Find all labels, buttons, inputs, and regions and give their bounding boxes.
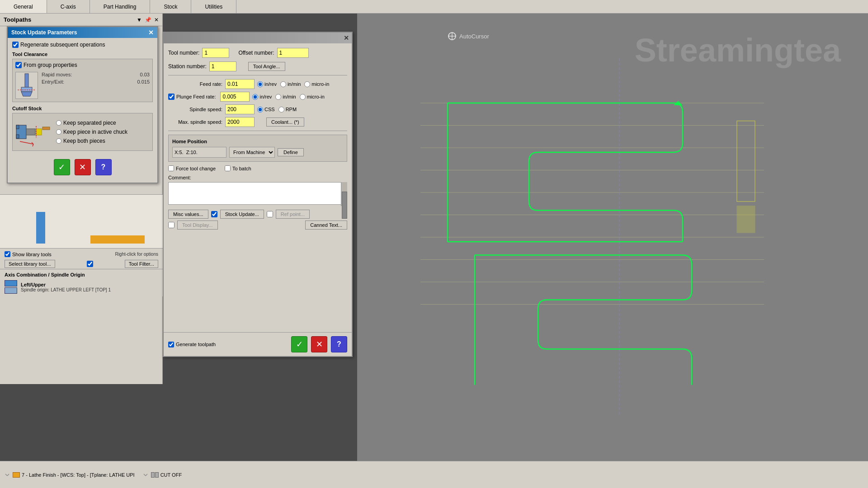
main-dialog: ✕ Tool number: Offset number: Station nu…: [163, 32, 353, 357]
keep-both-radio[interactable]: [56, 138, 61, 144]
spindle-rpm-radio[interactable]: [278, 107, 284, 113]
cancel-x-icon: ✕: [79, 162, 86, 172]
max-spindle-input[interactable]: [225, 117, 255, 127]
generate-toolpath-checkbox[interactable]: [168, 342, 174, 347]
feed-inmin-radio[interactable]: [280, 81, 286, 87]
spindle-speed-row: Spindle speed: CSS RPM: [168, 104, 347, 114]
plunge-inrev-radio[interactable]: [252, 94, 258, 100]
offset-number-input[interactable]: [277, 48, 309, 58]
close-icon[interactable]: ✕: [154, 17, 159, 23]
svg-line-34: [146, 474, 147, 476]
nav-parthandling[interactable]: Part Handling: [90, 0, 151, 13]
feed-microin-item: micro-in: [304, 81, 329, 87]
define-button[interactable]: Define: [278, 148, 304, 156]
tool-display-button[interactable]: Tool Display...: [177, 221, 218, 230]
ref-point-button[interactable]: Ref point...: [276, 210, 310, 219]
stock-dialog-ok-button[interactable]: ✓: [54, 159, 70, 175]
stock-dialog-help-button[interactable]: ?: [95, 159, 112, 175]
plunge-microin-radio[interactable]: [300, 94, 306, 100]
to-batch-checkbox[interactable]: [225, 165, 231, 171]
help-question-icon: ?: [101, 163, 106, 171]
feed-section: Feed rate: in/rev in/min micro-in: [168, 79, 347, 127]
tool-numbers-row: Tool number: Offset number:: [168, 48, 347, 58]
pushpin-icon[interactable]: 📌: [145, 17, 151, 23]
comment-scrollbar[interactable]: [341, 182, 347, 206]
plunge-feed-input[interactable]: [220, 92, 250, 102]
pin-icon[interactable]: ▼: [137, 17, 142, 23]
nav-utilities[interactable]: Utilities: [191, 0, 236, 13]
home-position-input[interactable]: [172, 147, 226, 158]
stock-update-checkbox[interactable]: [211, 211, 217, 217]
offset-number-label: Offset number:: [238, 50, 274, 56]
tool-clearance-inner: From group properties Rap: [12, 59, 153, 102]
plunge-inmin-item: in/min: [275, 94, 296, 100]
stock-dialog-close-icon[interactable]: ✕: [148, 29, 154, 36]
nav-stock[interactable]: Stock: [150, 0, 191, 13]
nav-general[interactable]: General: [0, 0, 47, 13]
tool-angle-button[interactable]: Tool Angle...: [248, 62, 285, 71]
generate-left: Generate toolpath: [168, 342, 216, 347]
svg-line-32: [7, 474, 9, 476]
comment-textarea[interactable]: [168, 182, 347, 205]
max-spindle-row: Max. spindle speed: Coolant... (*): [168, 117, 347, 127]
library-row: Show library tools Right-click for optio…: [5, 251, 158, 257]
to-batch-label: To batch: [232, 166, 251, 171]
force-tool-change-checkbox[interactable]: [168, 165, 174, 171]
keep-separated-radio[interactable]: [56, 120, 61, 126]
nav-caxis[interactable]: C-axis: [47, 0, 90, 13]
spindle-speed-input[interactable]: [225, 104, 255, 114]
comment-label: Comment:: [168, 175, 347, 180]
spindle-origin-label: Spindle origin: LATHE UPPER LEFT [TOP] 1: [21, 287, 111, 292]
spindle-css-radio[interactable]: [257, 107, 263, 113]
regenerate-checkbox[interactable]: [12, 42, 19, 48]
home-source-dropdown[interactable]: From Machine User Defined: [229, 147, 275, 158]
plunge-inmin-radio[interactable]: [275, 94, 281, 100]
coolant-button[interactable]: Coolant... (*): [266, 117, 304, 127]
cutoff-stock-label: Cutoff Stock: [12, 106, 153, 111]
station-number-input[interactable]: [209, 61, 236, 71]
tool-number-group: Tool number:: [168, 48, 229, 58]
bottom-item-2[interactable]: CUT OFF: [138, 469, 185, 480]
toolpaths-title: Toolpaths: [4, 16, 31, 23]
svg-line-33: [144, 474, 146, 476]
show-library-checkbox[interactable]: [5, 251, 10, 257]
main-dialog-close-icon[interactable]: ✕: [344, 34, 349, 42]
tool-filter-checkbox[interactable]: [87, 261, 93, 267]
expand-icon-2: [142, 471, 149, 479]
plunge-feed-checkbox[interactable]: [168, 94, 175, 100]
stock-dialog-cancel-button[interactable]: ✕: [75, 159, 91, 175]
axis-text-group: Left/Upper Spindle origin: LATHE UPPER L…: [21, 282, 111, 292]
svg-line-13: [33, 144, 33, 146]
spindle-rpm-label: RPM: [286, 107, 297, 112]
feed-microin-radio[interactable]: [304, 81, 310, 87]
to-batch-item: To batch: [225, 165, 251, 171]
bottom-buttons-2: Tool Display... Canned Text...: [168, 221, 347, 230]
canned-text-button[interactable]: Canned Text...: [305, 221, 347, 230]
options-row: Force tool change To batch: [168, 165, 347, 171]
ref-point-checkbox[interactable]: [267, 211, 273, 217]
from-group-checkbox[interactable]: [15, 62, 22, 68]
bottom-item-1[interactable]: 7 - Lathe Finish - [WCS: Top] - [Tplane:…: [0, 469, 138, 480]
keep-separated-row: Keep separated piece: [56, 120, 150, 126]
feed-inrev-radio[interactable]: [257, 81, 263, 87]
top-nav: General C-axis Part Handling Stock Utili…: [0, 0, 868, 14]
entry-exit-row: Entry/Exit: 0.015: [42, 79, 150, 84]
feed-rate-input[interactable]: [225, 79, 255, 89]
main-dialog-cancel-button[interactable]: ✕: [311, 336, 327, 352]
stock-dialog-title-text: Stock Update Parameters: [11, 29, 77, 36]
svg-line-31: [5, 474, 7, 476]
tool-filter-button[interactable]: Tool Filter...: [125, 260, 158, 268]
keep-both-row: Keep both pieces: [56, 138, 150, 144]
main-dialog-ok-button[interactable]: ✓: [291, 336, 307, 352]
select-library-tool-button[interactable]: Select library tool...: [5, 260, 55, 268]
svg-rect-6: [16, 135, 19, 138]
misc-values-button[interactable]: Misc values...: [168, 210, 208, 219]
stock-update-button[interactable]: Stock Update...: [220, 210, 264, 219]
tool-number-input[interactable]: [202, 48, 229, 58]
keep-active-chuck-radio[interactable]: [56, 129, 61, 135]
plunge-inrev-item: in/rev: [252, 94, 272, 100]
cutoff-item: CUT OFF: [151, 472, 182, 478]
main-dialog-help-button[interactable]: ?: [331, 336, 347, 352]
tool-display-checkbox[interactable]: [168, 222, 175, 228]
home-position-title: Home Position: [172, 139, 343, 144]
